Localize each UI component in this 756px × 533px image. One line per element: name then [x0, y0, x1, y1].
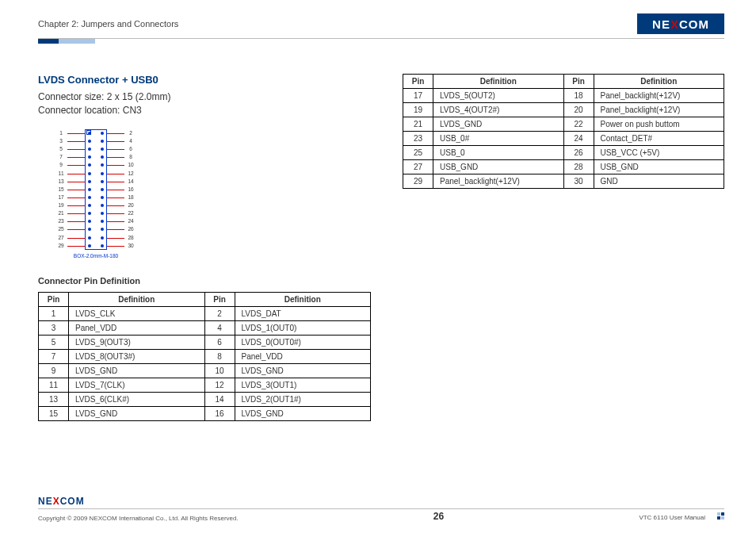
def-cell: USB_GND	[594, 160, 724, 174]
th-pin: Pin	[204, 292, 235, 306]
diagram-label: BOX-2.0mm-M-180	[44, 253, 147, 259]
pin-cell: 2	[204, 306, 235, 320]
table-row: 25USB_026USB_VCC (+5V)	[403, 146, 724, 160]
logo-top: NEXCOM	[637, 13, 724, 34]
def-cell: LVDS_1(OUT0)	[235, 320, 371, 335]
def-cell: LVDS_6(CLK#)	[69, 392, 205, 406]
def-cell: Contact_DET#	[594, 132, 724, 146]
def-cell: Panel_VDD	[235, 349, 371, 363]
pin-cell: 24	[563, 132, 594, 146]
pin-cell: 4	[204, 320, 235, 335]
copyright: Copyright © 2009 NEXCOM International Co…	[38, 515, 239, 522]
pin-cell: 5	[39, 335, 69, 349]
def-cell: LVDS_GND	[235, 406, 371, 420]
accent-bar	[38, 39, 724, 44]
th-pin: Pin	[403, 75, 433, 89]
table-row: 7LVDS_8(OUT3#)8Panel_VDD	[39, 349, 371, 363]
table-row: 19LVDS_4(OUT2#)20Panel_backlight(+12V)	[403, 103, 724, 117]
def-cell: LVDS_3(OUT1)	[235, 378, 371, 392]
def-cell: LVDS_7(CLK)	[69, 378, 205, 392]
pin-cell: 11	[39, 378, 69, 392]
manual-name: VTC 6110 User Manual	[639, 514, 705, 521]
def-cell: GND	[594, 174, 724, 189]
def-cell: LVDS_CLK	[69, 306, 205, 320]
def-cell: Power on push buttom	[594, 117, 724, 132]
table-row: 1LVDS_CLK2LVDS_DAT	[39, 306, 371, 320]
connector-location: Connector location: CN3	[38, 104, 371, 117]
pin-cell: 1	[39, 306, 69, 320]
th-pin: Pin	[563, 75, 594, 89]
def-cell: LVDS_9(OUT3)	[69, 335, 205, 349]
header: Chapter 2: Jumpers and Connectors NEXCOM	[38, 14, 724, 33]
pin-cell: 30	[563, 174, 594, 189]
pin-cell: 21	[403, 117, 433, 132]
table-row: 3Panel_VDD4LVDS_1(OUT0)	[39, 320, 371, 335]
def-cell: USB_0#	[433, 132, 564, 146]
chapter-title: Chapter 2: Jumpers and Connectors	[38, 19, 178, 29]
th-def: Definition	[433, 75, 564, 89]
th-def: Definition	[235, 292, 371, 306]
pin-cell: 9	[39, 363, 69, 378]
def-cell: LVDS_DAT	[235, 306, 371, 320]
table-row: 23USB_0#24Contact_DET#	[403, 132, 724, 146]
pin-cell: 16	[204, 406, 235, 420]
pin-cell: 15	[39, 406, 69, 420]
def-cell: LVDS_GND	[235, 363, 371, 378]
footer-logo: NEXCOM	[38, 496, 724, 507]
table-row: 13LVDS_6(CLK#)14LVDS_2(OUT1#)	[39, 392, 371, 406]
pin-cell: 22	[563, 117, 594, 132]
section-title: LVDS Connector + USB0	[38, 74, 371, 86]
pin-cell: 23	[403, 132, 433, 146]
table-row: 5LVDS_9(OUT3)6LVDS_0(OUT0#)	[39, 335, 371, 349]
pin-cell: 13	[39, 392, 69, 406]
pin-cell: 25	[403, 146, 433, 160]
pin-cell: 12	[204, 378, 235, 392]
pin-def-title: Connector Pin Definition	[38, 276, 371, 286]
pin-cell: 6	[204, 335, 235, 349]
pin-cell: 19	[403, 103, 433, 117]
def-cell: Panel_backlight(+12V)	[594, 103, 724, 117]
pin-cell: 7	[39, 349, 69, 363]
pin-cell: 26	[563, 146, 594, 160]
def-cell: USB_0	[433, 146, 564, 160]
pin-cell: 14	[204, 392, 235, 406]
def-cell: LVDS_5(OUT2)	[433, 89, 564, 103]
th-def: Definition	[594, 75, 724, 89]
pin-table-1: Pin Definition Pin Definition 1LVDS_CLK2…	[38, 292, 371, 421]
pin-cell: 8	[204, 349, 235, 363]
pin-cell: 18	[563, 89, 594, 103]
pin-cell: 20	[563, 103, 594, 117]
pin-cell: 29	[403, 174, 433, 189]
table-row: 21LVDS_GND22Power on push buttom	[403, 117, 724, 132]
def-cell: LVDS_GND	[69, 363, 205, 378]
th-pin: Pin	[39, 292, 69, 306]
footer: NEXCOM Copyright © 2009 NEXCOM Internati…	[38, 496, 724, 522]
def-cell: Panel_backlight(+12V)	[433, 174, 564, 189]
footer-deco-icon	[710, 512, 724, 522]
table-row: 17LVDS_5(OUT2)18Panel_backlight(+12V)	[403, 89, 724, 103]
def-cell: LVDS_GND	[433, 117, 564, 132]
table-row: 11LVDS_7(CLK)12LVDS_3(OUT1)	[39, 378, 371, 392]
pin-table-2: Pin Definition Pin Definition 17LVDS_5(O…	[403, 74, 724, 189]
page-number: 26	[433, 511, 444, 522]
table-row: 9LVDS_GND10LVDS_GND	[39, 363, 371, 378]
table-row: 15LVDS_GND16LVDS_GND	[39, 406, 371, 420]
def-cell: USB_GND	[433, 160, 564, 174]
th-def: Definition	[69, 292, 205, 306]
def-cell: LVDS_2(OUT1#)	[235, 392, 371, 406]
def-cell: LVDS_GND	[69, 406, 205, 420]
table-row: 27USB_GND28USB_GND	[403, 160, 724, 174]
def-cell: Panel_VDD	[69, 320, 205, 335]
table-row: 29Panel_backlight(+12V)30GND	[403, 174, 724, 189]
def-cell: USB_VCC (+5V)	[594, 146, 724, 160]
def-cell: LVDS_8(OUT3#)	[69, 349, 205, 363]
pin-cell: 28	[563, 160, 594, 174]
pin-cell: 10	[204, 363, 235, 378]
pin-cell: 3	[39, 320, 69, 335]
connector-diagram: BOX-2.0mm-M-180 123456789101112131415161…	[44, 129, 147, 259]
def-cell: LVDS_4(OUT2#)	[433, 103, 564, 117]
pin-cell: 17	[403, 89, 433, 103]
pin-cell: 27	[403, 160, 433, 174]
connector-size: Connector size: 2 x 15 (2.0mm)	[38, 90, 371, 104]
def-cell: LVDS_0(OUT0#)	[235, 335, 371, 349]
